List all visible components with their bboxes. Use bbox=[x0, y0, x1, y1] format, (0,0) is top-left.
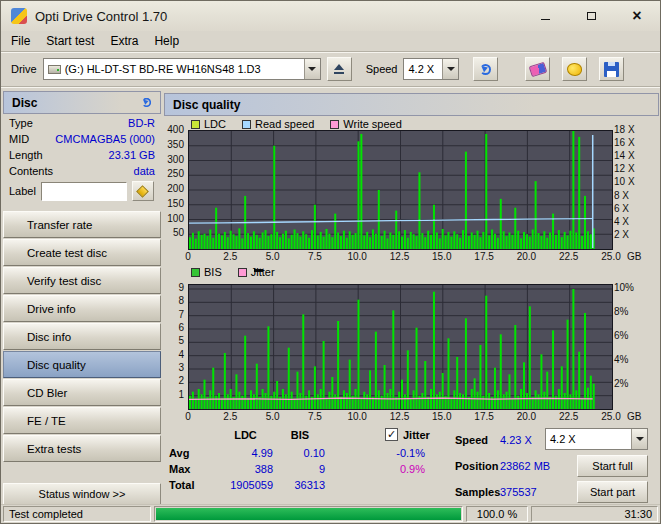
minimize-button[interactable] bbox=[522, 1, 568, 31]
y-axis-label: 9 bbox=[163, 282, 184, 294]
speed-select-bottom-arrow[interactable] bbox=[631, 429, 647, 449]
max-bis-value: 9 bbox=[275, 463, 325, 475]
y-axis-label: 50 bbox=[163, 227, 184, 239]
info-value: 23.31 GB bbox=[109, 149, 155, 161]
info-label: Contents bbox=[9, 165, 53, 177]
maximize-button[interactable] bbox=[568, 1, 614, 31]
app-icon bbox=[11, 8, 27, 24]
sidebar-item-cd-bler[interactable]: CD Bler bbox=[3, 379, 161, 406]
y-axis-label: 5 bbox=[163, 335, 184, 347]
legend-label: Write speed bbox=[343, 118, 402, 130]
tools-button[interactable] bbox=[562, 57, 587, 81]
y-axis-label: 400 bbox=[163, 124, 184, 136]
x-axis-label: 7.5 bbox=[298, 251, 332, 263]
close-button[interactable]: × bbox=[614, 1, 660, 31]
sidebar-item-create-test-disc[interactable]: Create test disc bbox=[3, 239, 161, 266]
ldc-and-speed-chart bbox=[188, 130, 613, 250]
max-ldc-value: 388 bbox=[218, 463, 273, 475]
drive-icon bbox=[48, 65, 61, 74]
sidebar-item-transfer-rate[interactable]: Transfer rate bbox=[3, 211, 161, 238]
y2-axis-label: 8% bbox=[614, 306, 650, 318]
jitter-checkbox[interactable]: ✓ bbox=[385, 428, 398, 441]
refresh-button[interactable] bbox=[473, 57, 498, 81]
legend-item-write-speed: Write speed bbox=[330, 118, 402, 130]
chevron-down-icon bbox=[308, 67, 316, 71]
speed-select-arrow[interactable] bbox=[442, 59, 458, 79]
toolbar-icon-group bbox=[525, 57, 624, 81]
x-axis-label: 15.0 bbox=[425, 411, 459, 423]
menu-extra[interactable]: Extra bbox=[102, 32, 146, 50]
x-axis-label: 2.5 bbox=[213, 251, 247, 263]
erase-disc-button[interactable] bbox=[525, 57, 550, 81]
y-axis-label: 350 bbox=[163, 139, 184, 151]
legend-item-ldc: LDC bbox=[191, 118, 226, 130]
menu-file[interactable]: File bbox=[3, 32, 38, 50]
write-label-button[interactable] bbox=[132, 181, 154, 201]
x-axis-label: 22.5 bbox=[552, 251, 586, 263]
menu-help[interactable]: Help bbox=[146, 32, 187, 50]
x-axis-label: 10.0 bbox=[340, 251, 374, 263]
menu-bar: FileStart testExtraHelp bbox=[1, 31, 660, 52]
y2-axis-label: 2% bbox=[614, 378, 650, 390]
position-stat-label: Position bbox=[455, 460, 498, 472]
x-axis-label: 15.0 bbox=[425, 251, 459, 263]
max-row-label: Max bbox=[169, 463, 190, 475]
disc-refresh-icon[interactable] bbox=[142, 98, 151, 107]
drive-select[interactable]: (G:) HL-DT-ST BD-RE WH16NS48 1.D3 bbox=[43, 58, 321, 80]
disc-info-row-type: TypeBD-R bbox=[3, 114, 161, 130]
speed-select-bottom-value: 4.2 X bbox=[546, 433, 631, 445]
sidebar-item-fe-te[interactable]: FE / TE bbox=[3, 407, 161, 434]
legend-swatch-write-speed bbox=[330, 120, 339, 129]
sidebar-item-extra-tests[interactable]: Extra tests bbox=[3, 435, 161, 462]
window-controls: × bbox=[522, 1, 660, 31]
y2-axis-label: 4% bbox=[614, 354, 650, 366]
y-axis-label: 100 bbox=[163, 213, 184, 225]
start-part-button[interactable]: Start part bbox=[577, 481, 648, 503]
toolbar: Drive (G:) HL-DT-ST BD-RE WH16NS48 1.D3 … bbox=[1, 52, 660, 87]
status-text: Test completed bbox=[3, 506, 151, 522]
total-row-label: Total bbox=[169, 479, 194, 491]
y2-axis-label: 14 X bbox=[614, 150, 650, 162]
save-button[interactable] bbox=[599, 57, 624, 81]
y-axis-label: 2 bbox=[163, 375, 184, 387]
speed-select[interactable]: 4.2 X bbox=[403, 58, 459, 80]
eject-button[interactable] bbox=[327, 57, 352, 81]
x-axis-label: 0 bbox=[171, 251, 205, 263]
y2-axis-label: 10% bbox=[614, 282, 650, 294]
sidebar-item-drive-info[interactable]: Drive info bbox=[3, 295, 161, 322]
ldc-column-header: LDC bbox=[218, 429, 273, 441]
save-icon bbox=[604, 62, 619, 77]
legend-label: Read speed bbox=[255, 118, 314, 130]
drive-select-arrow[interactable] bbox=[304, 59, 320, 79]
sidebar-item-verify-test-disc[interactable]: Verify test disc bbox=[3, 267, 161, 294]
y2-axis-label: 8 X bbox=[614, 190, 650, 202]
progress-fill bbox=[156, 508, 461, 520]
menu-start-test[interactable]: Start test bbox=[38, 32, 102, 50]
status-window-button[interactable]: Status window >> bbox=[3, 483, 161, 505]
y2-axis-label: 4 X bbox=[614, 216, 650, 228]
speed-select-bottom[interactable]: 4.2 X bbox=[545, 428, 648, 450]
sidebar-item-disc-info[interactable]: Disc info bbox=[3, 323, 161, 350]
x-axis-label: 17.5 bbox=[467, 411, 501, 423]
disc-info-row-mid: MIDCMCMAGBA5 (000) bbox=[3, 130, 161, 146]
sidebar: Disc TypeBD-RMIDCMCMAGBA5 (000)Length23.… bbox=[3, 91, 161, 505]
x-axis-label: 20.0 bbox=[509, 411, 543, 423]
main-panel: Disc quality LDCRead speedWrite speed400… bbox=[163, 89, 660, 505]
x-axis-label: 0 bbox=[171, 411, 205, 423]
title-bar: Opti Drive Control 1.70 × bbox=[1, 1, 660, 31]
eject-icon bbox=[333, 64, 345, 75]
y2-axis-label: 18 X bbox=[614, 124, 650, 136]
info-label: Length bbox=[9, 149, 43, 161]
window-title: Opti Drive Control 1.70 bbox=[35, 9, 167, 24]
disc-info-row-length: Length23.31 GB bbox=[3, 146, 161, 162]
label-input[interactable] bbox=[41, 182, 127, 201]
legend-swatch-ldc bbox=[191, 120, 200, 129]
legend-ldc-and-speed: LDCRead speedWrite speed bbox=[191, 118, 418, 130]
chevron-down-icon bbox=[636, 437, 644, 441]
sidebar-item-disc-quality[interactable]: Disc quality bbox=[3, 351, 161, 378]
progress-bar bbox=[154, 506, 463, 522]
x-axis-label: 2.5 bbox=[213, 411, 247, 423]
y2-axis-label: 2 X bbox=[614, 229, 650, 241]
start-full-button[interactable]: Start full bbox=[577, 455, 648, 477]
y2-axis-label: 6 X bbox=[614, 203, 650, 215]
